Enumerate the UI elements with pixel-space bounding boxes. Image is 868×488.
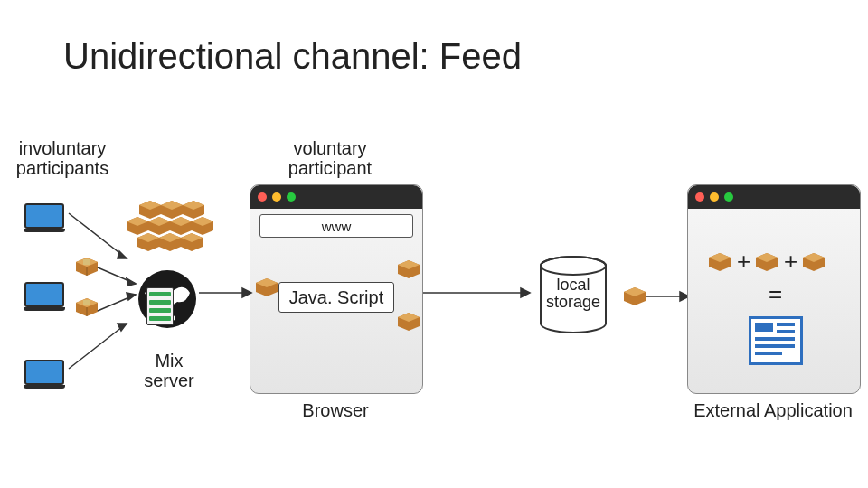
svg-marker-13 [127,293,136,300]
mix-server-label: Mix server [128,351,210,390]
package-icon [803,253,825,271]
close-icon [258,192,267,202]
arrow-icon [63,314,136,378]
voluntary-participant-label: voluntary participant [271,138,389,178]
laptop-icon [24,203,65,230]
javascript-box: Java. Script [278,282,394,313]
arrow-icon [199,286,253,300]
arrow-icon [646,289,691,304]
package-icon [756,253,778,271]
package-icon [398,260,420,278]
browser-label: Browser [277,400,394,420]
close-icon [695,192,704,202]
package-icon [709,253,731,271]
server-list-icon [146,287,174,325]
page-title: Unidirectional channel: Feed [63,36,522,77]
arrow-icon [63,204,136,267]
window-titlebar [250,185,422,209]
maximize-icon [287,192,296,202]
package-icon [398,313,420,331]
laptop-icon [24,360,65,387]
window-titlebar [688,185,860,209]
document-icon [749,316,803,365]
minimize-icon [272,192,281,202]
svg-line-8 [69,213,127,258]
package-icon [256,278,278,296]
svg-marker-11 [127,278,136,286]
arrow-icon [423,286,532,300]
svg-marker-7 [83,300,90,305]
laptop-icon [24,282,65,309]
arrow-icon [96,262,141,289]
package-pile [127,197,217,260]
external-application-label: External Application [687,400,859,420]
package-icon [76,298,98,316]
plus-symbol: + [784,248,797,276]
package-icon [624,287,646,305]
local-storage-label: local storage [537,277,609,311]
svg-line-14 [69,324,127,369]
svg-marker-9 [118,251,127,258]
minimize-icon [710,192,719,202]
maximize-icon [724,192,733,202]
involuntary-participants-label: involuntary participants [13,138,112,178]
arrow-icon [96,289,141,316]
svg-marker-44 [242,288,251,297]
plus-symbol: + [737,248,750,276]
address-bar: www [259,214,413,238]
equals-symbol: = [769,280,782,308]
svg-marker-46 [521,288,530,297]
